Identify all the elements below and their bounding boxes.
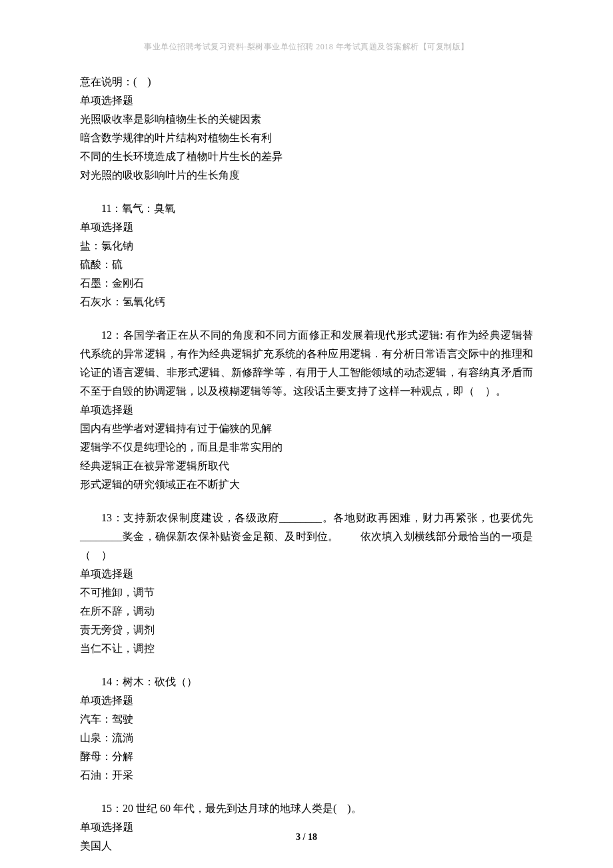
- q12-opt-d: 形式逻辑的研究领域正在不断扩大: [80, 475, 533, 494]
- q11-type: 单项选择题: [80, 218, 533, 237]
- q10-opt-a: 光照吸收率是影响植物生长的关键因素: [80, 110, 533, 129]
- question-15: 15：20 世纪 60 年代，最先到达月球的地球人类是( )。 单项选择题 美国…: [80, 799, 533, 855]
- q11-opt-d: 石灰水：氢氧化钙: [80, 293, 533, 311]
- q10-opt-c: 不同的生长环境造成了植物叶片生长的差异: [80, 147, 533, 166]
- q13-opt-b: 在所不辞，调动: [80, 602, 533, 621]
- q10-stem-cont: 意在说明：( ): [80, 73, 533, 91]
- q12-opt-c: 经典逻辑正在被异常逻辑所取代: [80, 457, 533, 475]
- question-14: 14：树木：砍伐（） 单项选择题 汽车：驾驶 山泉：流淌 酵母：分解 石油：开采: [80, 673, 533, 785]
- q11-stem: 11：氧气：臭氧: [80, 199, 533, 218]
- q10-opt-d: 对光照的吸收影响叶片的生长角度: [80, 166, 533, 185]
- q11-opt-c: 石墨：金刚石: [80, 274, 533, 293]
- q10-type: 单项选择题: [80, 91, 533, 110]
- page-header: 事业单位招聘考试复习资料-梨树事业单位招聘 2018 年考试真题及答案解析【可复…: [80, 40, 533, 54]
- q12-opt-a: 国内有些学者对逻辑持有过于偏狭的见解: [80, 419, 533, 438]
- page-number: 3 / 18: [0, 832, 613, 843]
- q13-stem: 13：支持新农保制度建设，各级政府________。各地财政再困难，财力再紧张，…: [80, 509, 533, 565]
- q10-opt-b: 暗含数学规律的叶片结构对植物生长有利: [80, 129, 533, 147]
- q12-stem: 12：各国学者正在从不同的角度和不同方面修正和发展着现代形式逻辑: 有作为经典逻…: [80, 326, 533, 401]
- q13-opt-d: 当仁不让，调控: [80, 639, 533, 658]
- question-13: 13：支持新农保制度建设，各级政府________。各地财政再困难，财力再紧张，…: [80, 509, 533, 658]
- q11-opt-b: 硫酸：硫: [80, 255, 533, 274]
- question-10-tail: 意在说明：( ) 单项选择题 光照吸收率是影响植物生长的关键因素 暗含数学规律的…: [80, 73, 533, 185]
- q15-stem: 15：20 世纪 60 年代，最先到达月球的地球人类是( )。: [80, 799, 533, 818]
- q14-stem: 14：树木：砍伐（）: [80, 673, 533, 691]
- q14-opt-a: 汽车：驾驶: [80, 710, 533, 729]
- q13-stem-text: 13：支持新农保制度建设，各级政府________。各地财政再困难，财力再紧张，…: [80, 512, 533, 561]
- q14-opt-b: 山泉：流淌: [80, 729, 533, 747]
- q13-opt-a: 不可推卸，调节: [80, 583, 533, 602]
- page: 事业单位招聘考试复习资料-梨树事业单位招聘 2018 年考试真题及答案解析【可复…: [0, 0, 613, 868]
- q11-opt-a: 盐：氯化钠: [80, 237, 533, 255]
- question-12: 12：各国学者正在从不同的角度和不同方面修正和发展着现代形式逻辑: 有作为经典逻…: [80, 326, 533, 494]
- q14-opt-d: 石油：开采: [80, 766, 533, 785]
- q12-stem-text: 12：各国学者正在从不同的角度和不同方面修正和发展着现代形式逻辑: 有作为经典逻…: [80, 329, 533, 397]
- q13-opt-c: 责无旁贷，调剂: [80, 621, 533, 639]
- q12-type: 单项选择题: [80, 401, 533, 419]
- q12-opt-b: 逻辑学不仅是纯理论的，而且是非常实用的: [80, 438, 533, 457]
- question-11: 11：氧气：臭氧 单项选择题 盐：氯化钠 硫酸：硫 石墨：金刚石 石灰水：氢氧化…: [80, 199, 533, 311]
- q14-opt-c: 酵母：分解: [80, 747, 533, 766]
- q14-type: 单项选择题: [80, 691, 533, 710]
- q13-type: 单项选择题: [80, 565, 533, 583]
